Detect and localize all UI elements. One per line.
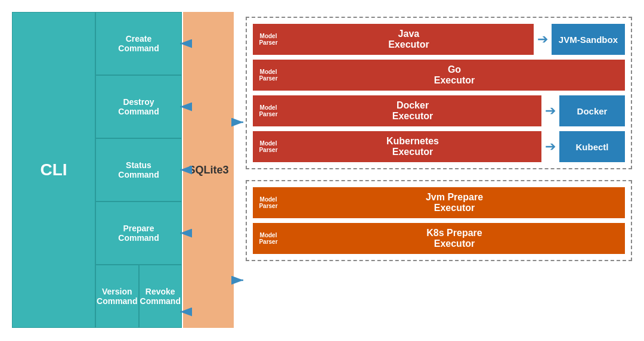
go-executor-box: Go Executor (284, 60, 625, 91)
status-command-label: Status Command (118, 160, 159, 179)
kubernetes-model-parser: Model Parser (253, 131, 284, 162)
docker-box: Docker (559, 95, 625, 126)
kubernetes-arrow-icon: ➔ (545, 139, 556, 154)
sqlite-box: SQLite3 (183, 12, 234, 328)
jvm-prepare-executor-row: Model Parser Jvm Prepare Executor (253, 187, 625, 218)
k8s-prepare-model-parser: Model Parser (253, 223, 284, 254)
cli-box: CLI (12, 12, 95, 328)
command-cell-version: Version Command (95, 265, 139, 328)
command-cell-revoke: Revoke Command (139, 265, 182, 328)
create-command-label: Create Command (118, 34, 159, 53)
prepare-command-label: Prepare Command (118, 224, 159, 243)
bottom-dashed-box: Model Parser Jvm Prepare Executor Model … (246, 180, 632, 261)
command-cell-status: Status Command (95, 138, 182, 202)
cli-label: CLI (40, 160, 67, 179)
jvm-prepare-model-parser: Model Parser (253, 187, 284, 218)
go-executor-row: Model Parser Go Executor (253, 60, 625, 91)
docker-arrow-icon: ➔ (545, 103, 556, 119)
command-cell-destroy: Destroy Command (95, 75, 182, 138)
k8s-prepare-executor-box: K8s Prepare Executor (284, 223, 625, 254)
java-executor-box: Java Executor (284, 24, 534, 55)
go-model-parser: Model Parser (253, 60, 284, 91)
jvm-sandbox-box: JVM-Sandbox (552, 24, 625, 55)
docker-executor-row: Model Parser Docker Executor ➔ Docker (253, 95, 625, 126)
jvm-prepare-executor-box: Jvm Prepare Executor (284, 187, 625, 218)
destroy-command-label: Destroy Command (118, 97, 159, 116)
right-side: Model Parser Java Executor ➔ JVM-Sandbox… (235, 12, 632, 328)
java-model-parser: Model Parser (253, 24, 284, 55)
revoke-command-label: Revoke Command (140, 287, 181, 306)
k8s-prepare-executor-row: Model Parser K8s Prepare Executor (253, 223, 625, 254)
command-cell-create: Create Command (95, 12, 182, 75)
sqlite-label: SQLite3 (188, 164, 228, 176)
docker-model-parser: Model Parser (253, 95, 284, 126)
kubernetes-executor-row: Model Parser Kubernetes Executor ➔ Kubec… (253, 131, 625, 162)
docker-executor-box: Docker Executor (284, 95, 541, 126)
commands-column: Create Command Destroy Command Status Co… (95, 12, 182, 328)
version-command-label: Version Command (97, 287, 137, 306)
java-executor-row: Model Parser Java Executor ➔ JVM-Sandbox (253, 24, 625, 55)
kubectl-box: Kubectl (559, 131, 625, 162)
kubernetes-executor-box: Kubernetes Executor (284, 131, 541, 162)
command-cell-prepare: Prepare Command (95, 202, 182, 265)
java-arrow-icon: ➔ (537, 32, 548, 47)
top-dashed-box: Model Parser Java Executor ➔ JVM-Sandbox… (246, 17, 632, 169)
